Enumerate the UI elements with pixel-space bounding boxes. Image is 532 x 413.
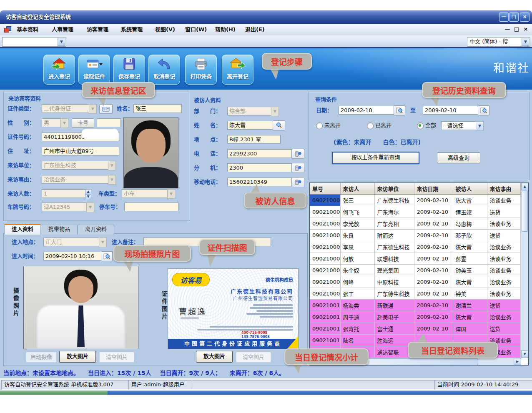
column-header[interactable]: 单号 [310,183,340,195]
menu-item-hr[interactable]: 人事管理 [51,24,74,35]
table-cell[interactable]: 2009-02-10 [414,195,453,206]
date-to-picker-button[interactable] [478,105,489,115]
table-cell[interactable]: 李光放 [340,218,374,230]
table-row[interactable]: 090210007朱个奴理光集团2009-02-10钟美玉洽谈业务 [310,265,520,276]
table-cell[interactable]: 广东海尔 [374,206,414,218]
table-cell[interactable]: 朱个奴 [340,265,374,276]
tab-carried-items[interactable]: 携带物品 [41,225,78,234]
table-cell[interactable]: 陈大雷 [453,276,487,288]
quick-search-combobox[interactable]: ▼ [2,37,66,47]
table-row[interactable]: 090210008何峰中原科技2009-02-10陈大雷洽谈业务 [310,276,520,288]
zoom-photo-button[interactable]: 放大图片 [59,351,96,363]
location-input[interactable]: B幢 2301 室 [227,135,281,144]
interviewee-search-button[interactable] [273,120,285,130]
parking-input[interactable] [124,203,178,211]
table-cell[interactable]: 090210009 [310,288,340,300]
chevron-down-icon[interactable]: ▼ [99,238,107,247]
plate-number-combobox[interactable]: 津A12345 [42,203,88,211]
spinner-down-icon[interactable]: ▼ [85,194,91,199]
table-cell[interactable]: 冯惠梅 [453,218,487,230]
chevron-down-icon[interactable]: ▼ [58,38,65,46]
table-cell[interactable]: 邓子欣 [453,230,487,241]
table-cell[interactable]: 广东德生科技 [374,241,414,253]
table-cell[interactable]: 广东德生科技 [374,288,414,300]
table-cell[interactable]: 周于通 [340,311,374,323]
table-cell[interactable]: 洽谈业务 [487,311,520,323]
entry-time-picker-button[interactable] [101,251,113,261]
chevron-down-icon[interactable]: ▼ [167,189,175,199]
menu-item-help[interactable]: 帮助(H) [214,24,236,35]
radio-not-left[interactable] [316,123,323,129]
table-cell[interactable]: 送货 [487,230,520,241]
advanced-query-button[interactable]: 高级查询 [437,153,480,163]
people-count-stepper[interactable]: ▲ ▼ [85,189,91,198]
table-row[interactable]: 090210010杨海类新联通2009-02-10谢清兰送货 [310,300,520,311]
table-cell[interactable]: 朱良 [340,230,374,241]
requery-button[interactable]: 按以上条件重新查询 [332,152,419,164]
minimize-button[interactable]: — [499,13,509,22]
table-cell[interactable]: 090210010 [310,300,340,311]
menu-item-view[interactable]: 视图(V) [154,24,176,35]
menu-item-basic[interactable]: 基本资料 [16,24,39,35]
save-register-button[interactable]: 保存登记 [113,55,145,85]
table-cell[interactable]: 090210008 [310,276,340,288]
dept-combobox[interactable]: 综合部 [227,107,273,115]
table-cell[interactable]: 理光集团 [374,265,414,276]
table-cell[interactable]: 2009-02-10 [414,241,453,253]
table-cell[interactable]: 钟美玉 [453,265,487,276]
scroll-up-icon[interactable]: ▲ [521,183,528,190]
zoom-card-button[interactable]: 放大图片 [196,351,233,363]
chevron-down-icon[interactable]: ▼ [108,161,116,170]
table-row[interactable]: 090210003李光放广东亮相2009-02-10冯惠梅洽谈业务 [310,218,520,230]
table-cell[interactable]: 张寄托 [340,323,374,335]
read-card-button[interactable]: 读取证件 [78,55,110,85]
column-header[interactable]: 被访人 [453,183,487,195]
date-from-input[interactable]: 2009-02-10 [339,106,395,115]
card-number-input[interactable] [97,118,121,127]
vehicle-type-combobox[interactable]: 小车 [122,189,169,198]
table-cell[interactable]: 洽谈业务 [487,218,520,230]
table-cell[interactable]: 何放 [340,253,374,265]
table-cell[interactable]: 陈大雷 [453,311,487,323]
interviewee-name-input[interactable]: 陈大雷 [227,121,274,130]
vertical-scroll-thumb[interactable] [522,191,528,232]
table-cell[interactable]: 2009-02-10 [414,230,453,241]
table-cell[interactable]: 富士通 [374,323,414,335]
table-cell[interactable]: 2009-02-10 [414,265,453,276]
chevron-down-icon[interactable]: ▼ [476,121,484,131]
menu-item-exit[interactable]: 退出(E) [244,24,266,35]
cancel-register-button[interactable]: 取消登记 [148,55,180,85]
close-button[interactable]: × [520,13,529,22]
spinner-up-icon[interactable]: ▲ [85,189,91,194]
table-cell[interactable]: 陆名 [340,335,374,346]
table-cell[interactable]: 赴美电子 [374,311,414,323]
table-cell[interactable]: 送货 [487,323,520,335]
scroll-down-icon[interactable]: ▼ [521,350,528,358]
dial-mobile-button[interactable] [292,177,304,187]
language-combobox[interactable]: 中文 (简体) - 搜 ▼ [467,37,530,47]
table-cell[interactable]: 2009-02-10 [414,323,453,335]
table-cell[interactable]: 090210004 [310,230,340,241]
date-from-picker-button[interactable] [394,105,405,115]
table-cell[interactable]: 090210001 [310,195,340,206]
gender-combobox[interactable]: 男 [42,118,63,127]
table-cell[interactable]: 广东德生科技 [374,195,414,206]
menu-item-system[interactable]: 系统管理 [120,24,143,35]
table-cell[interactable]: 张工 [340,288,374,300]
table-cell[interactable]: 2009-02-10 [414,311,453,323]
table-cell[interactable]: 中原科技 [374,276,414,288]
table-cell[interactable]: 李思 [340,241,374,253]
scroll-right-icon[interactable]: ▶ [514,358,521,365]
table-cell[interactable]: 090210012 [310,323,340,335]
table-cell[interactable]: 彭置 [453,253,487,265]
table-cell[interactable]: 洽谈业务 [487,276,520,288]
mdi-minimize-button[interactable]: — [504,25,511,33]
table-row[interactable]: 090210005李思广东德生科技2009-02-10陈大雷洽谈业务 [310,241,520,253]
column-header[interactable]: 来访事由 [487,183,520,195]
table-cell[interactable]: 何峰 [340,276,374,288]
vertical-scrollbar[interactable]: ▲ ▼ [521,183,528,358]
table-row[interactable]: 090210001张三广东德生科技2009-02-10陈大雷洽谈业务 [310,195,520,206]
chevron-down-icon[interactable]: ▼ [60,118,68,128]
table-row[interactable]: 090210009张工广东德生科技2009-02-10钟美洽谈业务 [310,288,520,300]
column-header[interactable]: 来访单位 [374,183,414,195]
